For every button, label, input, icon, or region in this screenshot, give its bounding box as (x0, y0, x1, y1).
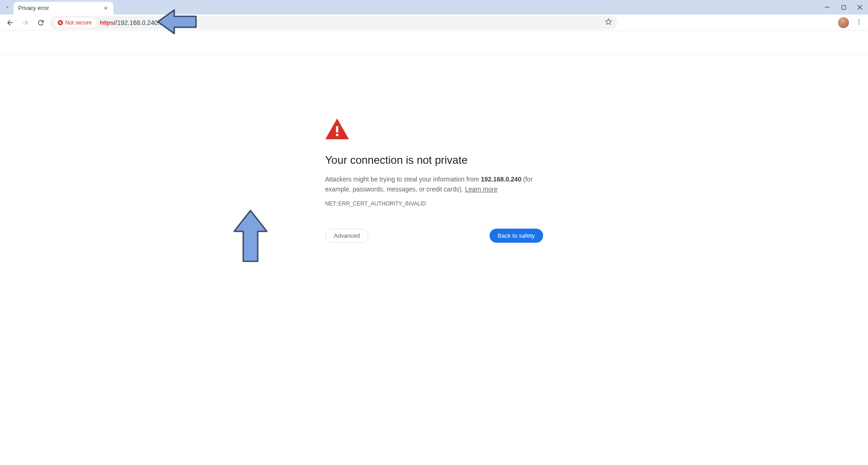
interstitial-button-row: Advanced Back to safety (325, 229, 543, 243)
close-icon (103, 6, 108, 10)
error-code: NET::ERR_CERT_AUTHORITY_INVALID (325, 201, 543, 207)
security-chip-label: Not secure (65, 20, 92, 26)
svg-rect-0 (842, 5, 845, 9)
maximize-icon (841, 5, 846, 10)
kebab-icon (855, 18, 863, 25)
annotation-arrow-up (232, 209, 269, 263)
reload-button[interactable] (34, 16, 47, 29)
tab-title: Privacy error (18, 5, 103, 11)
interstitial-host: 192.168.0.240 (481, 176, 522, 183)
arrow-left-icon (6, 19, 14, 27)
advanced-button[interactable]: Advanced (325, 229, 369, 243)
svg-point-2 (858, 19, 859, 20)
interstitial-heading: Your connection is not private (325, 154, 543, 166)
reload-icon (37, 19, 45, 27)
browser-menu-button[interactable] (855, 18, 863, 27)
arrow-right-icon (21, 19, 29, 27)
back-button[interactable] (4, 16, 16, 29)
warning-triangle-icon (325, 118, 349, 139)
close-icon (857, 5, 863, 10)
browser-toolbar: Not secure https//192.168.0.240:8443/set… (0, 15, 868, 31)
window-maximize-button[interactable] (835, 0, 852, 15)
url-path: //192.168.0.240:8443/setup (113, 19, 191, 26)
svg-rect-5 (336, 126, 338, 132)
forward-button[interactable] (19, 16, 32, 29)
window-controls (819, 0, 868, 15)
star-icon (604, 18, 613, 26)
tab-strip: Privacy error (0, 0, 868, 15)
minimize-icon (824, 5, 830, 10)
toolbar-right (838, 17, 864, 28)
browser-tab[interactable]: Privacy error (14, 2, 113, 15)
interstitial-body: Attackers might be trying to steal your … (325, 175, 543, 194)
svg-rect-6 (336, 134, 338, 136)
url-protocol: https (100, 19, 113, 26)
svg-point-4 (858, 23, 859, 24)
tab-search-button[interactable] (3, 2, 12, 13)
window-minimize-button[interactable] (819, 0, 835, 15)
content-divider (0, 54, 868, 55)
chevron-down-icon (5, 5, 10, 10)
learn-more-link[interactable]: Learn more (465, 186, 498, 193)
svg-point-3 (858, 21, 859, 22)
profile-avatar[interactable] (838, 17, 849, 28)
url-text: https//192.168.0.240:8443/setup (100, 19, 191, 26)
window-close-button[interactable] (852, 0, 868, 15)
tab-close-button[interactable] (103, 5, 109, 11)
back-to-safety-button[interactable]: Back to safety (490, 229, 543, 243)
privacy-error-interstitial: Your connection is not private Attackers… (325, 118, 543, 243)
bookmark-button[interactable] (604, 18, 613, 27)
security-chip[interactable]: Not secure (54, 18, 96, 28)
address-bar[interactable]: Not secure https//192.168.0.240:8443/set… (50, 16, 617, 29)
not-secure-icon (57, 20, 64, 26)
